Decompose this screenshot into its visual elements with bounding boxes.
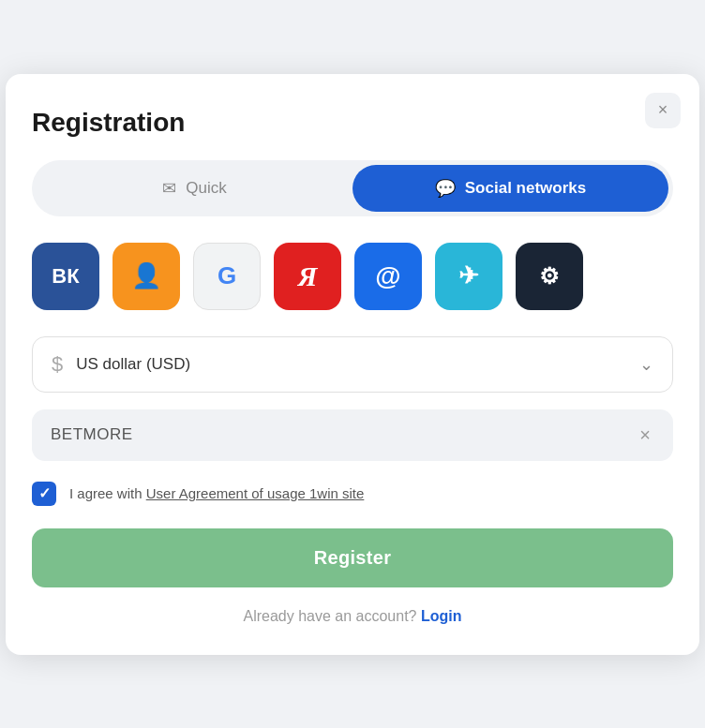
chevron-down-icon: ⌄ <box>639 354 653 375</box>
agreement-link[interactable]: User Agreement of usage 1win site <box>146 485 365 501</box>
mailru-icon: @ <box>375 261 400 291</box>
steam-icon: ⚙ <box>539 263 560 290</box>
checkmark-icon: ✓ <box>38 484 51 502</box>
currency-symbol-icon: $ <box>52 352 63 377</box>
promo-code-value: BETMORE <box>51 425 636 444</box>
social-vk-button[interactable]: ВК <box>32 243 99 310</box>
login-row: Already have an account? Login <box>32 608 673 625</box>
register-button[interactable]: Register <box>32 528 673 587</box>
agreement-text: I agree with User Agreement of usage 1wi… <box>69 485 364 501</box>
social-steam-button[interactable]: ⚙ <box>516 243 583 310</box>
chat-icon: 💬 <box>435 178 456 199</box>
email-icon: ✉ <box>162 178 176 199</box>
telegram-icon: ✈ <box>458 261 479 290</box>
tab-social[interactable]: 💬 Social networks <box>352 165 668 212</box>
agreement-row: ✓ I agree with User Agreement of usage 1… <box>32 482 673 506</box>
registration-modal: Registration × ✉ Quick 💬 Social networks… <box>6 74 699 655</box>
social-yandex-button[interactable]: Я <box>274 243 341 310</box>
social-icons-row: ВК 👤 G Я @ ✈ ⚙ <box>32 243 673 310</box>
promo-clear-button[interactable]: × <box>636 424 654 446</box>
vk-icon: ВК <box>52 264 79 289</box>
social-mailru-button[interactable]: @ <box>354 243 422 310</box>
social-ok-button[interactable]: 👤 <box>112 243 180 310</box>
currency-selector[interactable]: $ US dollar (USD) ⌄ <box>32 336 673 393</box>
ok-icon: 👤 <box>131 261 161 290</box>
currency-label: US dollar (USD) <box>76 355 639 374</box>
tab-social-label: Social networks <box>465 179 586 198</box>
google-icon: G <box>218 261 236 290</box>
tab-quick[interactable]: ✉ Quick <box>37 165 352 212</box>
tab-quick-label: Quick <box>186 179 226 198</box>
promo-code-row: BETMORE × <box>32 409 673 461</box>
agreement-checkbox[interactable]: ✓ <box>32 482 56 506</box>
yandex-icon: Я <box>298 260 318 292</box>
social-google-button[interactable]: G <box>193 243 261 310</box>
close-icon: × <box>658 100 668 120</box>
modal-title: Registration <box>32 108 673 138</box>
already-account-text: Already have an account? <box>243 608 416 624</box>
login-link[interactable]: Login <box>421 608 462 624</box>
social-telegram-button[interactable]: ✈ <box>435 243 502 310</box>
close-button[interactable]: × <box>645 93 681 128</box>
tab-row: ✉ Quick 💬 Social networks <box>32 160 673 216</box>
